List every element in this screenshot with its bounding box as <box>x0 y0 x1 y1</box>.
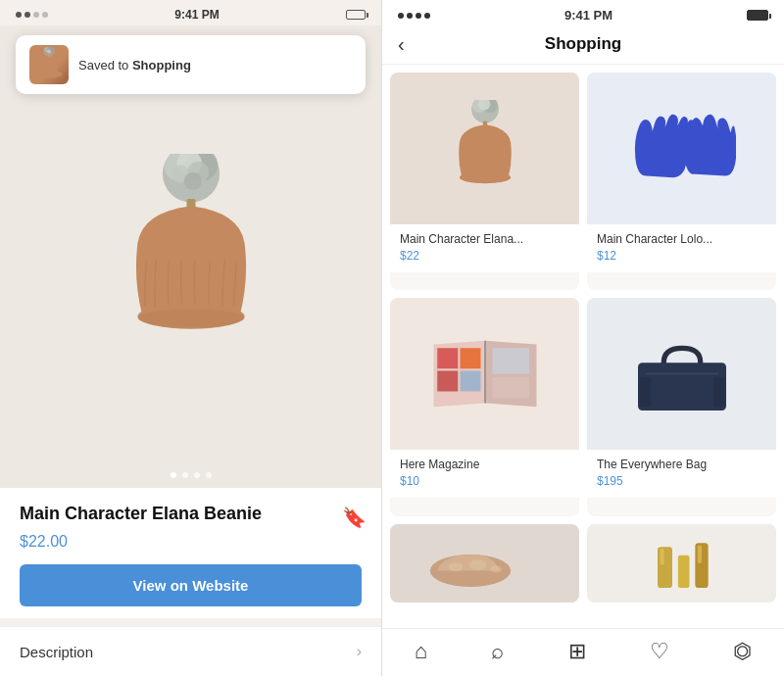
image-dots-indicator <box>171 472 212 478</box>
dot-3 <box>194 472 200 478</box>
heart-nav-icon[interactable]: ♡ <box>650 639 669 664</box>
grid-item-magazine-info: Here Magazine $10 <box>390 450 579 498</box>
grid-item-bag-price: $195 <box>597 474 766 488</box>
svg-point-20 <box>459 171 510 183</box>
grid-item-gold[interactable] <box>587 524 776 603</box>
svg-rect-27 <box>492 378 529 399</box>
description-row[interactable]: Description › <box>0 626 381 676</box>
product-image-area <box>0 25 381 488</box>
toast-hat-icon <box>31 47 67 82</box>
grid-item-hat-name: Main Character Elana... <box>400 232 569 246</box>
signal-dot-r3 <box>416 13 421 19</box>
signal-dot-3 <box>33 12 39 18</box>
shoes-grid-icon <box>426 529 544 598</box>
signal-dots <box>398 13 430 19</box>
status-bar-right: 9:41 PM <box>382 0 784 26</box>
grid-item-shoes[interactable] <box>390 524 579 603</box>
grid-item-gold-image <box>587 524 776 603</box>
product-price: $22.00 <box>20 533 362 551</box>
svg-rect-21 <box>437 349 458 369</box>
create-nav-icon[interactable]: ⊞ <box>568 639 586 664</box>
toast-product-image <box>29 45 69 84</box>
view-on-website-button[interactable]: View on Website <box>20 564 362 606</box>
svg-point-11 <box>183 172 201 190</box>
grid-item-magazine-image <box>390 298 579 450</box>
svg-point-14 <box>137 310 244 327</box>
status-time: 9:41 PM <box>174 8 219 22</box>
status-right <box>346 10 366 20</box>
signal-dot-4 <box>42 12 48 18</box>
grid-item-hat-image <box>390 72 579 224</box>
grid-item-bag-name: The Everywhere Bag <box>597 458 766 471</box>
grid-item-gloves[interactable]: Main Character Lolo... $12 <box>587 72 776 290</box>
status-bar-left: 9:41 PM <box>0 0 381 25</box>
signal-indicators <box>16 12 48 18</box>
grid-item-magazine[interactable]: Here Magazine $10 <box>390 298 579 515</box>
gloves-grid-icon <box>628 100 736 198</box>
right-phone: 9:41 PM ‹ Shopping Main Characte <box>382 0 784 676</box>
grid-item-hat-info: Main Character Elana... $22 <box>390 224 579 272</box>
grid-item-bag-info: The Everywhere Bag $195 <box>587 450 776 498</box>
bottom-nav: ⌂ ⌕ ⊞ ♡ ⏣ <box>382 628 784 676</box>
grid-item-hat[interactable]: Main Character Elana... $22 <box>390 72 579 290</box>
description-label: Description <box>20 644 93 660</box>
svg-rect-26 <box>492 349 529 374</box>
magazine-grid-icon <box>426 327 544 420</box>
svg-rect-28 <box>638 363 726 411</box>
svg-rect-31 <box>713 378 724 408</box>
signal-dot-1 <box>16 12 22 18</box>
grid-item-magazine-name: Here Magazine <box>400 458 569 471</box>
grid-item-hat-price: $22 <box>400 249 569 263</box>
bookmark-icon[interactable]: 🔖 <box>342 506 362 529</box>
svg-rect-39 <box>660 549 663 565</box>
grid-item-shoes-image <box>390 524 579 603</box>
product-hat-image <box>93 154 289 360</box>
grid-item-magazine-price: $10 <box>400 474 569 488</box>
search-nav-icon[interactable]: ⌕ <box>491 639 504 664</box>
grid-item-gloves-info: Main Character Lolo... $12 <box>587 224 776 272</box>
saved-toast: Saved to Shopping <box>16 35 366 94</box>
shopping-header: ‹ Shopping <box>382 26 784 65</box>
home-nav-icon[interactable]: ⌂ <box>415 639 427 664</box>
product-info: Main Character Elana Beanie 🔖 $22.00 Vie… <box>0 488 381 618</box>
svg-rect-37 <box>677 555 689 587</box>
dot-1 <box>171 472 176 478</box>
signal-dot-r4 <box>424 13 430 19</box>
product-title-row: Main Character Elana Beanie 🔖 <box>20 504 362 529</box>
grid-item-bag[interactable]: The Everywhere Bag $195 <box>587 298 776 515</box>
svg-point-35 <box>490 565 502 573</box>
shopping-page-title: Shopping <box>545 34 621 54</box>
grid-item-gloves-price: $12 <box>597 249 766 263</box>
grid-item-bag-image <box>587 298 776 450</box>
gold-grid-icon <box>633 529 731 598</box>
status-time-right: 9:41 PM <box>564 8 612 23</box>
svg-rect-36 <box>658 547 672 588</box>
product-title: Main Character Elana Beanie <box>20 504 342 524</box>
svg-rect-23 <box>437 371 458 392</box>
shopping-grid: Main Character Elana... $22 Main Charact… <box>382 65 784 628</box>
svg-point-4 <box>47 50 51 54</box>
chevron-right-icon: › <box>357 643 362 660</box>
battery-right-icon <box>747 10 768 21</box>
svg-rect-30 <box>639 378 650 408</box>
signal-dot-2 <box>24 12 30 18</box>
svg-rect-40 <box>697 545 701 562</box>
toast-message: Saved to Shopping <box>78 58 191 72</box>
svg-point-34 <box>468 559 486 570</box>
bag-grid-icon <box>623 327 741 420</box>
back-button[interactable]: ‹ <box>398 33 405 56</box>
hat-grid-icon <box>436 100 534 198</box>
dot-2 <box>182 472 188 478</box>
svg-rect-24 <box>460 371 480 392</box>
svg-point-33 <box>448 562 463 571</box>
signal-dot-r1 <box>398 13 404 19</box>
grid-item-gloves-name: Main Character Lolo... <box>597 232 766 246</box>
svg-rect-22 <box>460 349 480 369</box>
profile-nav-icon[interactable]: ⏣ <box>733 639 752 664</box>
signal-dot-r2 <box>407 13 413 19</box>
dot-4 <box>206 472 212 478</box>
battery-icon <box>346 10 366 20</box>
left-phone: 9:41 PM Saved to Shopping <box>0 0 382 676</box>
grid-item-gloves-image <box>587 72 776 224</box>
